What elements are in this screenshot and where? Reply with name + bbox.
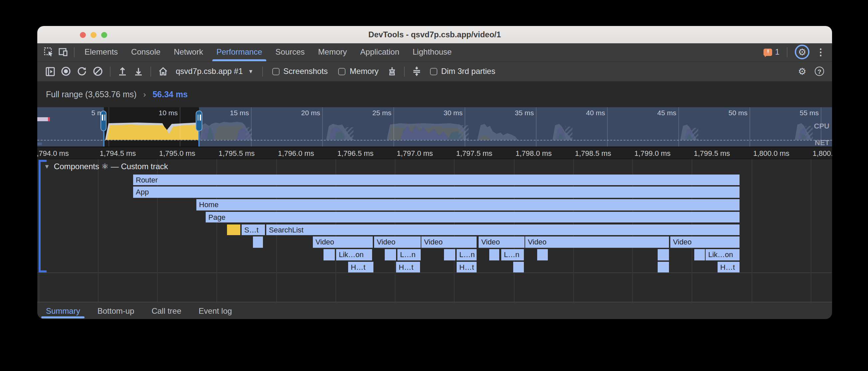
flame-bar-l-n[interactable]: L…n (457, 249, 476, 260)
main-tabbar: ElementsConsoleNetworkPerformanceSources… (37, 43, 832, 62)
network-request-bar (37, 117, 50, 121)
flame-bar-app[interactable]: App (133, 187, 740, 198)
flame-chart[interactable]: RouterAppHomePageS…tSearchListVideoVideo… (37, 159, 832, 302)
flame-bar[interactable] (694, 249, 705, 260)
flame-bar-h-t[interactable]: H…t (348, 262, 373, 273)
help-button[interactable]: ? (812, 64, 827, 79)
flame-bar-video[interactable]: Video (670, 237, 740, 248)
tab-elements[interactable]: Elements (78, 43, 124, 61)
flame-bar-h-t[interactable]: H…t (718, 262, 740, 273)
tab-lighthouse[interactable]: Lighthouse (406, 43, 458, 61)
details-tab-event-log[interactable]: Event log (193, 303, 238, 319)
flame-bar[interactable] (385, 249, 396, 260)
flame-bar-lik-on[interactable]: Lik…on (706, 249, 740, 260)
device-toolbar-icon[interactable] (56, 45, 70, 60)
window-title: DevTools - qsvd7p.csb.app/video/1 (368, 30, 501, 39)
flame-bar-video[interactable]: Video (374, 237, 421, 248)
flame-bar-l-n[interactable]: L…n (501, 249, 524, 260)
overview-tick-label: 40 ms (586, 109, 605, 117)
ruler-tick-label: 1,798.0 ms (516, 149, 552, 157)
track-selection-bracket (38, 160, 45, 273)
ruler-tick-label: 1,797.5 ms (456, 149, 493, 157)
flame-bar-h-t[interactable]: H…t (457, 262, 476, 273)
collapse-icon[interactable] (409, 64, 424, 79)
screenshots-checkbox[interactable]: Screenshots (267, 66, 332, 76)
selected-range-crumb[interactable]: 56.34 ms (152, 90, 188, 99)
upload-icon[interactable] (115, 64, 130, 79)
details-tab-bottom-up[interactable]: Bottom-up (92, 303, 141, 319)
flame-bar-router[interactable]: Router (133, 174, 740, 185)
full-range-crumb[interactable]: Full range (3,653.76 ms) (46, 90, 136, 99)
flame-bar-lik-on[interactable]: Lik…on (336, 249, 372, 260)
right-window-handle[interactable] (196, 111, 203, 131)
tab-memory[interactable]: Memory (312, 43, 354, 61)
tab-network[interactable]: Network (167, 43, 210, 61)
dim-3rd-parties-checkbox[interactable]: Dim 3rd parties (425, 66, 500, 76)
tab-console[interactable]: Console (124, 43, 167, 61)
overview-tick-label: 50 ms (728, 109, 747, 117)
rerecord-icon[interactable] (74, 64, 89, 79)
ruler-tick-label: 1,799.5 ms (694, 149, 730, 157)
flame-bar-h-t[interactable]: H…t (396, 262, 420, 273)
timeline-overview[interactable]: 5 ms10 ms15 ms20 ms25 ms30 ms35 ms40 ms4… (37, 107, 832, 147)
flame-bar-l-n[interactable]: L…n (397, 249, 421, 260)
overview-gridline (465, 107, 465, 146)
memory-checkbox[interactable]: Memory (334, 66, 383, 76)
flame-bar-video[interactable]: Video (313, 237, 373, 248)
tab-application[interactable]: Application (353, 43, 406, 61)
tabbar-right: ! 1 ⚙ ⋮ (764, 45, 828, 60)
flame-bar[interactable] (489, 249, 499, 260)
close-button[interactable] (80, 32, 86, 38)
flame-bar[interactable] (323, 249, 335, 260)
tab-sources[interactable]: Sources (269, 43, 312, 61)
left-window-handle[interactable] (100, 111, 107, 131)
flame-bar-home[interactable]: Home (196, 199, 740, 210)
flame-bar[interactable] (513, 262, 524, 273)
flame-gridline (811, 159, 811, 302)
flame-bar-s-t[interactable]: S…t (242, 224, 265, 235)
toggle-sidebar-icon[interactable] (42, 64, 57, 79)
target-selector[interactable]: qsvd7p.csb.app #1 ▼ (172, 66, 257, 76)
overview-gridline (607, 107, 608, 146)
stage: DevTools - qsvd7p.csb.app/video/1 Elemen… (0, 0, 868, 371)
flame-bar-video[interactable]: Video (478, 237, 525, 248)
flame-bar[interactable] (444, 249, 455, 260)
capture-settings-button[interactable]: ⚙ (795, 64, 809, 79)
overview-tick-label: 30 ms (444, 109, 463, 117)
overview-gridline (108, 107, 109, 146)
issues-count: 1 (775, 48, 779, 57)
tab-performance[interactable]: Performance (210, 43, 269, 61)
issues-button[interactable]: ! 1 (764, 48, 779, 57)
flame-bar-video[interactable]: Video (421, 237, 476, 248)
flame-gridline (98, 159, 98, 302)
net-lane-label: NET (815, 139, 829, 146)
home-icon[interactable] (156, 64, 170, 79)
details-tab-summary[interactable]: Summary (40, 303, 86, 319)
overview-gridline (180, 107, 180, 146)
more-options-button[interactable]: ⋮ (813, 45, 828, 60)
settings-button[interactable]: ⚙ (795, 45, 809, 60)
download-icon[interactable] (131, 64, 146, 79)
divider (262, 66, 262, 76)
inspect-icon[interactable] (41, 45, 56, 60)
flame-bar-searchlist[interactable]: SearchList (266, 224, 740, 235)
detail-time-ruler: 1,794.0 ms1,794.5 ms1,795.0 ms1,795.5 ms… (37, 147, 832, 159)
flame-bar[interactable] (658, 249, 669, 260)
breadcrumb-chevron: › (143, 90, 146, 99)
flame-bar[interactable] (537, 249, 548, 260)
zoom-button[interactable] (101, 32, 107, 38)
garbage-collect-icon[interactable] (384, 64, 399, 79)
flame-bar[interactable] (658, 262, 669, 273)
ruler-tick-label: 1,797.0 ms (397, 149, 433, 157)
flame-bar-page[interactable]: Page (206, 212, 740, 223)
flame-bar-video[interactable]: Video (525, 237, 669, 248)
record-icon[interactable] (59, 64, 73, 79)
flame-bar[interactable] (253, 237, 263, 248)
details-tab-call-tree[interactable]: Call tree (146, 303, 187, 319)
minimize-button[interactable] (91, 32, 96, 38)
track-header[interactable]: ▼ Components ⚛ — Custom track (44, 162, 168, 171)
flame-bar[interactable] (227, 224, 240, 235)
overview-tick-label: 35 ms (515, 109, 534, 117)
clear-icon[interactable] (91, 64, 105, 79)
overview-tick-label: 55 ms (800, 109, 819, 117)
